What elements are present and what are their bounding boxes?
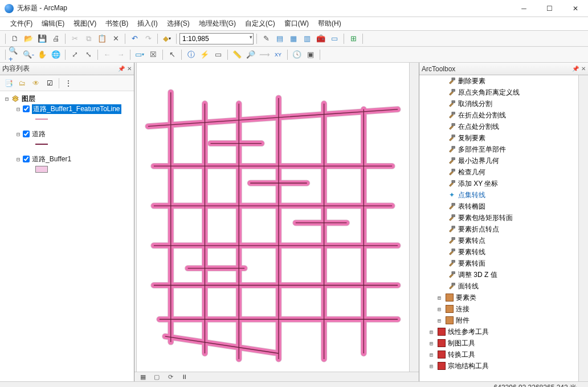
layer-item[interactable]: 道路_Buffer1 [32,154,71,164]
toolbox-item[interactable]: ⊞转换工具 [419,349,578,360]
vertical-scrollbar[interactable] [409,63,419,372]
tool-item[interactable]: 复制要素 [419,132,578,144]
html-popup-button[interactable]: ▭ [212,48,224,61]
print-button[interactable]: 🖨 [50,32,62,45]
layer-visibility-checkbox[interactable] [23,105,30,112]
collapse-icon[interactable]: ⊟ [3,96,10,102]
tool-item[interactable]: 面转线 [419,280,578,292]
refresh-button[interactable]: ⟳ [165,373,175,381]
collapse-icon[interactable]: ⊟ [15,156,22,162]
toolset-item[interactable]: ⊞附件 [419,315,578,326]
menu-edit[interactable]: 编辑(E) [37,17,69,30]
menu-select[interactable]: 选择(S) [162,17,194,30]
copy-button[interactable]: ⧉ [82,32,95,45]
zoom-in-button[interactable]: 🔍+ [9,48,21,61]
toolbox-item[interactable]: ⊞制图工具 [419,337,578,349]
tool-item[interactable]: 表转椭圆 [419,201,578,212]
collapse-icon[interactable]: ⊟ [15,131,22,137]
toolset-item[interactable]: ⊞要素类 [419,292,578,303]
tool-item[interactable]: 要素转面 [419,258,578,269]
panel-close-icon[interactable]: ✕ [127,66,132,72]
cut-button[interactable]: ✂ [68,32,81,45]
fixed-zoom-out-button[interactable]: ⤡ [82,48,95,61]
toolbox-item[interactable]: ⊞宗地结构工具 [419,360,578,372]
undo-button[interactable]: ↶ [128,32,141,45]
map-canvas[interactable] [137,63,409,372]
toc-tree[interactable]: ⊟ 图层 ⊟ 道路_Buffer1_FeatureToLine ⊟ 道路 [0,91,134,381]
options-button[interactable]: ⋮ [62,77,75,89]
catalog-button[interactable]: ▦ [287,32,300,45]
expand-icon[interactable]: ⊞ [430,340,436,347]
time-slider-button[interactable]: 🕓 [291,48,303,61]
layer-visibility-checkbox[interactable] [23,131,30,137]
expand-icon[interactable]: ⊞ [438,317,444,324]
find-route-button[interactable]: ⟿ [258,48,271,61]
expand-icon[interactable]: ⊞ [430,363,436,369]
menu-geoprocessing[interactable]: 地理处理(G) [194,17,240,30]
pin-icon[interactable]: 📌 [118,66,125,72]
menu-window[interactable]: 窗口(W) [280,17,313,30]
tool-item[interactable]: 原点夹角距离定义线 [419,87,578,98]
vertical-scrollbar[interactable] [578,75,588,381]
delete-button[interactable]: ✕ [109,32,122,45]
scale-combobox[interactable]: ▾ [179,33,254,44]
menu-file[interactable]: 文件(F) [6,17,37,30]
tool-item[interactable]: 要素转点 [419,235,578,246]
model-builder-button[interactable]: ⊞ [347,32,360,45]
close-button[interactable]: ✕ [562,0,588,17]
add-data-button[interactable]: ◆▾ [161,32,173,45]
list-by-selection-button[interactable]: ☑ [43,77,56,89]
tool-item[interactable]: 检查几何 [419,166,578,178]
redo-button[interactable]: ↷ [142,32,154,45]
tool-item[interactable]: 添加 XY 坐标 [419,178,578,189]
tool-item[interactable]: 删除要素 [419,75,578,87]
pan-button[interactable]: ✋ [36,48,48,61]
identify-button[interactable]: ⓘ [185,48,197,61]
find-button[interactable]: 🔎 [244,48,257,61]
expand-icon[interactable]: ⊞ [430,329,436,335]
list-by-drawing-button[interactable]: 📑 [2,77,15,89]
pause-drawing-button[interactable]: ⏸ [179,373,189,381]
hyperlink-button[interactable]: ⚡ [198,48,211,61]
tool-item[interactable]: 要素转线 [419,246,578,258]
arctoolbox-button[interactable]: 🧰 [315,32,327,45]
layer-item[interactable]: 道路 [32,129,46,139]
pin-icon[interactable]: 📌 [572,66,579,72]
expand-icon[interactable]: ⊞ [438,306,444,312]
menu-insert[interactable]: 插入(I) [133,17,162,30]
tool-item[interactable]: ✦点集转线 [419,189,578,201]
tool-item[interactable]: 多部件至单部件 [419,144,578,155]
search-window-button[interactable]: ▥ [301,32,313,45]
toolbox-tree[interactable]: 删除要素原点夹角距离定义线取消线分割在折点处分割线在点处分割线复制要素多部件至单… [419,75,578,381]
layer-item[interactable]: 道路_Buffer1_FeatureToLine [32,104,121,114]
expand-icon[interactable]: ⊞ [438,295,444,301]
viewer-window-button[interactable]: ▣ [304,48,317,61]
layout-view-tab[interactable]: ▢ [152,373,162,381]
paste-button[interactable]: 📋 [96,32,108,45]
collapse-icon[interactable]: ⊟ [15,106,22,112]
menu-bookmarks[interactable]: 书签(B) [101,17,133,30]
open-button[interactable]: 📂 [22,32,35,45]
fixed-zoom-in-button[interactable]: ⤢ [68,48,81,61]
chevron-down-icon[interactable]: ▾ [250,34,252,40]
pointer-button[interactable]: ↖ [166,48,178,61]
forward-button[interactable]: → [115,48,127,61]
tool-item[interactable]: 在折点处分割线 [419,109,578,121]
tool-item[interactable]: 要素包络矩形转面 [419,212,578,223]
tool-item[interactable]: 要素折点转点 [419,223,578,235]
python-button[interactable]: ▭ [328,32,341,45]
maximize-button[interactable]: ☐ [537,0,562,17]
new-doc-button[interactable]: 🗋 [9,32,21,45]
clear-selection-button[interactable]: ☒ [147,48,160,61]
panel-close-icon[interactable]: ✕ [581,66,586,72]
toolset-item[interactable]: ⊞连接 [419,303,578,315]
tool-item[interactable]: 调整 3D Z 值 [419,269,578,280]
save-button[interactable]: 💾 [36,32,48,45]
measure-button[interactable]: 📏 [231,48,243,61]
tool-item[interactable]: 在点处分割线 [419,121,578,132]
expand-icon[interactable]: ⊞ [430,352,436,358]
menu-help[interactable]: 帮助(H) [313,17,346,30]
list-by-visibility-button[interactable]: 👁 [30,77,42,89]
scale-input[interactable] [179,33,254,44]
goto-xy-button[interactable]: XY [272,48,284,61]
